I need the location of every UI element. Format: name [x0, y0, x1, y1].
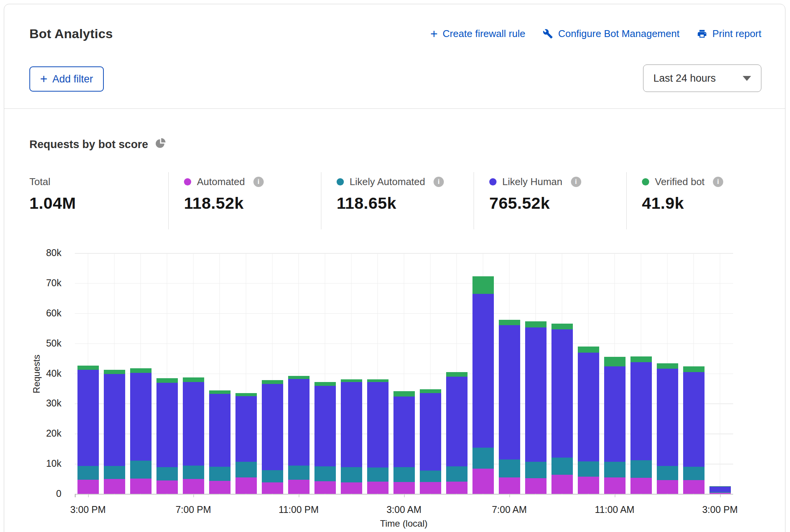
- bar-segment: [209, 467, 231, 481]
- stat-likely-human-value: 765.52k: [489, 194, 626, 213]
- bar-segment: [209, 394, 231, 467]
- verified-bot-dot-icon: [642, 178, 649, 185]
- likely-automated-dot-icon: [337, 178, 344, 185]
- axis-tick: [720, 494, 721, 497]
- x-tick-label: 3:00 PM: [684, 504, 756, 515]
- y-tick-label: 40k: [4, 368, 61, 379]
- x-tick-label: 11:00 PM: [263, 504, 335, 515]
- stat-verified-bot-label: Verified bot: [655, 176, 705, 188]
- print-report-link[interactable]: Print report: [697, 28, 761, 40]
- bar-segment: [578, 477, 599, 494]
- stat-automated-value: 118.52k: [184, 194, 321, 213]
- create-firewall-rule-link[interactable]: Create firewall rule: [430, 28, 525, 40]
- bar-segment: [235, 462, 257, 477]
- stat-likely-human: Likely Human 765.52k: [474, 172, 626, 229]
- bar-segment: [341, 382, 362, 467]
- info-icon[interactable]: [713, 177, 723, 187]
- bar-segment: [235, 393, 257, 397]
- stacked-bar-15: [472, 276, 494, 494]
- stacked-bar-0: [77, 366, 99, 494]
- bar-segment: [578, 347, 599, 353]
- bar-segment: [156, 378, 178, 383]
- gridline: [720, 253, 721, 494]
- bar-segment: [77, 366, 99, 370]
- bar-segment: [657, 363, 678, 369]
- add-filter-button[interactable]: Add filter: [29, 66, 104, 92]
- y-tick-label: 20k: [4, 428, 61, 439]
- bar-segment: [104, 374, 125, 466]
- info-icon[interactable]: [434, 177, 444, 187]
- bar-segment: [314, 466, 336, 481]
- bar-segment: [472, 469, 494, 494]
- bar-segment: [130, 479, 152, 494]
- stacked-bar-3: [156, 378, 178, 494]
- time-range-select[interactable]: Last 24 hours: [643, 64, 761, 92]
- stacked-bar-1: [104, 370, 125, 494]
- section-title-row: Requests by bot score: [29, 137, 166, 152]
- bar-segment: [393, 467, 415, 482]
- bar-segment: [130, 368, 152, 373]
- axis-tick: [299, 494, 300, 497]
- bar-segment: [156, 480, 178, 494]
- stacked-bar-24: [709, 486, 731, 494]
- bar-segment: [183, 377, 204, 382]
- x-axis-title: Time (local): [347, 518, 461, 529]
- stacked-bar-23: [683, 366, 705, 494]
- bar-segment: [235, 477, 257, 494]
- bar-segment: [683, 366, 705, 372]
- bar-segment: [77, 480, 99, 494]
- bar-segment: [551, 475, 573, 494]
- bar-segment: [446, 482, 468, 494]
- create-firewall-rule-label: Create firewall rule: [443, 28, 526, 40]
- header-actions: Create firewall rule Configure Bot Manag…: [430, 28, 761, 40]
- stacked-bar-14: [446, 372, 468, 494]
- stacked-bar-21: [630, 356, 652, 494]
- axis-tick: [509, 494, 510, 497]
- x-tick-label: 7:00 AM: [473, 504, 546, 515]
- stacked-bar-19: [578, 347, 599, 494]
- axis-tick: [404, 494, 405, 497]
- bar-segment: [630, 478, 652, 494]
- bar-segment: [314, 382, 336, 386]
- x-tick-label: 7:00 PM: [157, 504, 230, 515]
- bar-segment: [288, 379, 310, 466]
- y-tick-label: 50k: [4, 338, 61, 349]
- bar-segment: [393, 482, 415, 494]
- stacked-bar-22: [657, 363, 678, 494]
- y-tick-label: 60k: [4, 308, 61, 319]
- pie-chart-icon: [155, 137, 166, 152]
- info-icon[interactable]: [253, 177, 264, 187]
- stacked-bar-18: [551, 324, 573, 494]
- stacked-bar-9: [314, 382, 336, 494]
- bar-segment: [683, 372, 705, 467]
- configure-bot-management-link[interactable]: Configure Bot Management: [543, 28, 679, 40]
- bar-segment: [341, 379, 362, 382]
- bar-segment: [367, 482, 389, 494]
- info-icon[interactable]: [571, 177, 581, 187]
- stat-likely-automated: Likely Automated 118.65k: [321, 172, 474, 229]
- bar-segment: [104, 479, 125, 494]
- stat-verified-bot-value: 41.9k: [642, 194, 780, 213]
- x-tick-label: 3:00 PM: [52, 504, 124, 515]
- bar-segment: [499, 459, 520, 477]
- y-tick-label: 30k: [4, 398, 61, 409]
- wrench-icon: [543, 29, 553, 39]
- stacked-bar-5: [209, 390, 231, 494]
- bar-segment: [525, 321, 547, 327]
- stat-likely-human-label: Likely Human: [502, 176, 563, 188]
- x-tick-label: 11:00 AM: [579, 504, 651, 515]
- bar-segment: [551, 324, 573, 329]
- y-tick-label: 80k: [4, 247, 61, 258]
- bar-segment: [657, 480, 678, 494]
- bar-segment: [604, 366, 626, 462]
- bar-segment: [630, 356, 652, 362]
- bar-segment: [525, 478, 547, 494]
- section-title: Requests by bot score: [29, 138, 148, 151]
- bar-segment: [262, 380, 283, 384]
- bar-segment: [262, 482, 283, 494]
- bar-segment: [446, 372, 468, 377]
- bar-segment: [183, 479, 204, 494]
- bar-segment: [156, 467, 178, 480]
- bar-segment: [367, 468, 389, 482]
- bar-segment: [367, 382, 389, 468]
